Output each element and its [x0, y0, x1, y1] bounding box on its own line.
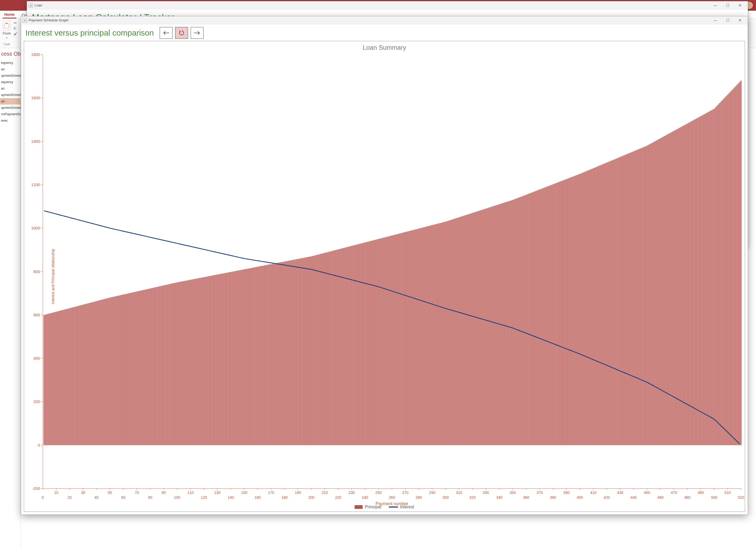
form-icon: ▤ — [23, 18, 27, 22]
svg-text:50: 50 — [108, 490, 112, 495]
nav-item[interactable]: an — [0, 85, 21, 92]
svg-rect-575 — [637, 150, 638, 445]
svg-rect-504 — [542, 189, 543, 445]
nav-item[interactable]: aymentSchedul — [0, 92, 21, 98]
nav-item[interactable]: equency — [0, 60, 21, 66]
loan-titlebar[interactable]: ▤ Loan — ☐ ✕ — [27, 1, 748, 9]
nav-item[interactable]: an — [0, 98, 21, 105]
svg-rect-623 — [701, 116, 703, 445]
svg-rect-221 — [162, 286, 163, 445]
minimize-button[interactable]: — — [709, 2, 722, 9]
svg-rect-455 — [476, 212, 477, 445]
svg-rect-285 — [248, 268, 249, 445]
svg-rect-486 — [517, 198, 519, 445]
svg-text:60: 60 — [121, 495, 125, 500]
refresh-button[interactable] — [175, 27, 188, 39]
svg-rect-232 — [176, 282, 178, 445]
svg-rect-626 — [705, 113, 707, 445]
svg-rect-251 — [202, 278, 203, 445]
svg-rect-253 — [205, 277, 206, 445]
svg-rect-313 — [285, 261, 287, 445]
svg-rect-445 — [462, 216, 464, 445]
svg-rect-209 — [145, 289, 147, 445]
svg-rect-444 — [461, 216, 462, 445]
svg-rect-601 — [672, 132, 673, 445]
svg-rect-300 — [268, 265, 269, 445]
svg-text:1400: 1400 — [31, 139, 40, 144]
nav-item[interactable]: an — [0, 66, 21, 72]
svg-rect-215 — [153, 287, 155, 445]
svg-text:260: 260 — [389, 495, 395, 500]
nav-item[interactable]: rmPaymentSch — [0, 111, 21, 117]
paste-icon[interactable] — [3, 21, 10, 30]
maximize-button[interactable]: ☐ — [722, 2, 734, 9]
svg-rect-247 — [197, 278, 198, 445]
svg-rect-380 — [375, 240, 377, 445]
svg-rect-505 — [543, 188, 544, 445]
nav-item[interactable]: equency — [0, 79, 21, 85]
svg-rect-641 — [726, 96, 727, 445]
graph-titlebar[interactable]: ▤ Payment Schedule Graph — ☐ ✕ — [21, 16, 748, 24]
svg-rect-625 — [704, 114, 705, 445]
svg-text:130: 130 — [214, 490, 221, 495]
svg-rect-239 — [186, 281, 187, 445]
maximize-button[interactable]: ☐ — [722, 17, 734, 24]
cut-icon[interactable]: ✂ — [14, 21, 17, 25]
svg-rect-534 — [582, 173, 583, 445]
svg-rect-192 — [123, 295, 124, 445]
tab-home[interactable]: Home — [3, 11, 16, 18]
svg-rect-484 — [515, 199, 516, 445]
svg-text:150: 150 — [241, 490, 247, 495]
svg-text:470: 470 — [671, 490, 677, 495]
y-axis-label: Interest and Principal relationship — [51, 249, 55, 304]
svg-rect-645 — [731, 90, 732, 445]
svg-rect-148 — [64, 310, 65, 445]
svg-rect-328 — [305, 258, 307, 445]
svg-rect-384 — [381, 238, 382, 445]
svg-rect-441 — [457, 218, 458, 445]
format-painter-icon[interactable]: 🖌 — [14, 32, 17, 36]
svg-rect-133 — [44, 315, 45, 445]
navigation-pane: cess Ob equencyanaymentSchedulequencyana… — [0, 48, 21, 549]
svg-rect-503 — [540, 189, 542, 445]
svg-rect-590 — [657, 140, 658, 445]
svg-text:190: 190 — [295, 490, 301, 495]
svg-text:600: 600 — [33, 313, 40, 317]
svg-rect-482 — [512, 200, 513, 445]
svg-rect-276 — [236, 271, 237, 445]
svg-rect-352 — [337, 249, 339, 445]
svg-rect-458 — [480, 210, 481, 445]
close-button[interactable]: ✕ — [734, 17, 746, 24]
nav-item[interactable]: aymentSchedul — [0, 72, 21, 79]
minimize-button[interactable]: — — [709, 17, 722, 24]
svg-rect-555 — [610, 161, 612, 445]
next-button[interactable] — [191, 27, 204, 39]
nav-item[interactable]: exec — [0, 117, 21, 124]
svg-rect-187 — [116, 296, 117, 445]
svg-rect-431 — [444, 222, 445, 445]
copy-icon[interactable]: ⎘ — [14, 26, 17, 30]
svg-rect-551 — [605, 163, 606, 445]
svg-text:520: 520 — [738, 495, 744, 500]
close-button[interactable]: ✕ — [734, 2, 746, 9]
svg-rect-179 — [105, 299, 107, 445]
svg-rect-299 — [266, 265, 268, 445]
svg-rect-544 — [595, 167, 597, 445]
nav-item[interactable]: aymentSchedu — [0, 105, 21, 111]
svg-rect-410 — [416, 229, 417, 445]
svg-rect-644 — [730, 92, 731, 445]
svg-rect-297 — [264, 266, 265, 445]
svg-rect-517 — [559, 182, 561, 445]
svg-rect-602 — [673, 131, 675, 445]
svg-rect-165 — [86, 304, 88, 445]
svg-rect-260 — [214, 275, 215, 445]
svg-rect-450 — [469, 214, 470, 445]
svg-text:0: 0 — [38, 443, 40, 447]
svg-rect-532 — [579, 174, 581, 445]
prev-button[interactable] — [160, 27, 172, 39]
svg-rect-327 — [304, 258, 305, 445]
svg-rect-508 — [547, 186, 548, 445]
svg-rect-325 — [301, 258, 303, 445]
svg-rect-353 — [339, 249, 340, 445]
svg-rect-376 — [370, 241, 371, 445]
